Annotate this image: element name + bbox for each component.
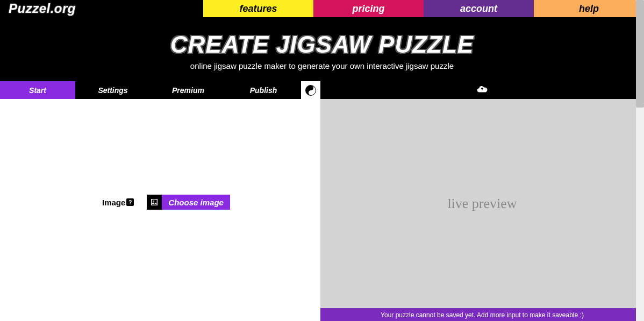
- theme-toggle[interactable]: [301, 81, 320, 99]
- image-icon: [147, 195, 162, 210]
- tab-premium[interactable]: Premium: [151, 81, 226, 99]
- tab-settings[interactable]: Settings: [75, 81, 151, 99]
- save-status-bar: Your puzzle cannot be saved yet. Add mor…: [320, 308, 644, 321]
- image-field-label: Image ?: [102, 198, 134, 207]
- page-title: CREATE JIGSAW PUZZLE: [0, 31, 644, 58]
- page-subtitle: online jigsaw puzzle maker to generate y…: [0, 61, 644, 70]
- site-logo[interactable]: Puzzel.org: [0, 0, 203, 17]
- hero: CREATE JIGSAW PUZZLE online jigsaw puzzl…: [0, 17, 644, 81]
- preview-toolbar: [320, 81, 644, 99]
- sub-nav: Start Settings Premium Publish: [0, 81, 644, 99]
- image-label-text: Image: [102, 198, 125, 207]
- save-status-message: Your puzzle cannot be saved yet. Add mor…: [381, 311, 584, 319]
- image-input-row: Image ? Choose image: [102, 195, 230, 210]
- main-nav: features pricing account help: [203, 0, 644, 17]
- editor-pane: Image ? Choose image: [0, 99, 320, 321]
- preview-placeholder: live preview: [447, 196, 517, 212]
- workspace: Image ? Choose image live preview Your p…: [0, 99, 644, 321]
- tab-publish[interactable]: Publish: [226, 81, 301, 99]
- choose-image-button[interactable]: Choose image: [147, 195, 230, 210]
- scrollbar-thumb[interactable]: [636, 0, 644, 108]
- vertical-scrollbar[interactable]: [636, 0, 644, 321]
- nav-pricing[interactable]: pricing: [313, 0, 424, 17]
- preview-pane: live preview Your puzzle cannot be saved…: [320, 99, 644, 321]
- nav-features[interactable]: features: [203, 0, 313, 17]
- tab-start[interactable]: Start: [0, 81, 75, 99]
- svg-point-0: [153, 201, 154, 202]
- save-cloud-icon[interactable]: [476, 83, 488, 97]
- nav-help[interactable]: help: [534, 0, 644, 17]
- editor-tabs: Start Settings Premium Publish: [0, 81, 301, 99]
- nav-account[interactable]: account: [424, 0, 534, 17]
- top-bar: Puzzel.org features pricing account help: [0, 0, 644, 17]
- choose-image-label: Choose image: [162, 195, 230, 210]
- yin-yang-icon: [305, 85, 316, 96]
- help-icon[interactable]: ?: [126, 198, 134, 206]
- live-preview: live preview: [320, 99, 644, 308]
